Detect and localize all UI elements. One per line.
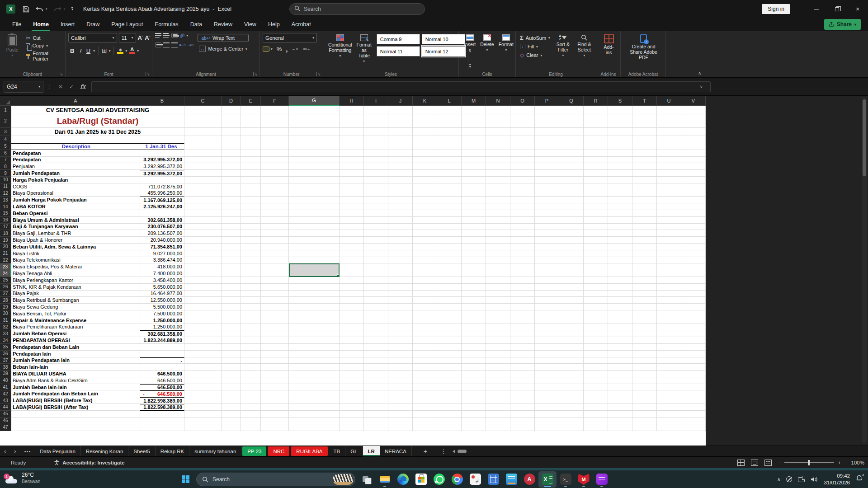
cell-F33[interactable] bbox=[261, 330, 289, 337]
cell-K38[interactable] bbox=[413, 364, 437, 371]
cell-A47[interactable] bbox=[11, 424, 140, 431]
cell-I5[interactable] bbox=[364, 143, 388, 150]
cell-O6[interactable] bbox=[510, 150, 535, 157]
cell-R47[interactable] bbox=[584, 424, 608, 431]
cell-U23[interactable] bbox=[657, 263, 681, 270]
cell-N18[interactable] bbox=[486, 230, 510, 237]
cell-D27[interactable] bbox=[222, 291, 241, 297]
cell-O20[interactable] bbox=[510, 244, 535, 250]
cell-D45[interactable] bbox=[222, 411, 241, 418]
menu-tab-data[interactable]: Data bbox=[184, 18, 208, 31]
cell-U26[interactable] bbox=[657, 284, 681, 291]
row-header-1[interactable]: 1 bbox=[0, 106, 11, 114]
sheet-tab-pp-23[interactable]: PP 23 bbox=[242, 446, 266, 456]
cell-J40[interactable] bbox=[388, 377, 413, 384]
cell-I7[interactable] bbox=[364, 157, 388, 164]
close-button[interactable]: × bbox=[847, 0, 868, 18]
cell-J4[interactable] bbox=[388, 136, 413, 143]
cell-Q39[interactable] bbox=[559, 371, 584, 377]
cell-I25[interactable] bbox=[364, 277, 388, 284]
cell-K15[interactable] bbox=[413, 210, 437, 217]
cell-R2[interactable] bbox=[584, 114, 608, 128]
cell-A43[interactable]: LABA(RUGI) BERSIH (Before Tax) bbox=[11, 397, 140, 404]
cell-A27[interactable]: Biaya Pajak bbox=[11, 291, 140, 297]
cell-U13[interactable] bbox=[657, 197, 681, 203]
cell-U20[interactable] bbox=[657, 244, 681, 250]
cell-T34[interactable] bbox=[632, 337, 657, 344]
cell-F5[interactable] bbox=[261, 143, 289, 150]
page-layout-view-button[interactable] bbox=[751, 460, 758, 466]
cell-V16[interactable] bbox=[681, 217, 706, 224]
cell-K46[interactable] bbox=[413, 418, 437, 424]
cell-N24[interactable] bbox=[486, 270, 510, 277]
column-header-E[interactable]: E bbox=[241, 96, 261, 106]
cell-L9[interactable] bbox=[437, 170, 462, 177]
cell-K20[interactable] bbox=[413, 244, 437, 250]
cell-F43[interactable] bbox=[261, 397, 289, 404]
font-size-select[interactable]: 11▾ bbox=[119, 33, 136, 42]
cell-P2[interactable] bbox=[535, 114, 559, 128]
cell-I40[interactable] bbox=[364, 377, 388, 384]
align-center-button[interactable] bbox=[163, 42, 170, 47]
cell-E26[interactable] bbox=[241, 284, 261, 291]
cell-G6[interactable] bbox=[289, 150, 340, 157]
cell-G3[interactable] bbox=[289, 128, 340, 136]
cell-S33[interactable] bbox=[608, 330, 632, 337]
row-header-8[interactable]: 8 bbox=[0, 163, 11, 170]
cell-H31[interactable] bbox=[340, 317, 364, 324]
cell-O26[interactable] bbox=[510, 284, 535, 291]
cell-D32[interactable] bbox=[222, 324, 241, 331]
cell-H10[interactable] bbox=[340, 177, 364, 183]
cell-D5[interactable] bbox=[222, 143, 241, 150]
cell-F7[interactable] bbox=[261, 157, 289, 164]
cell-D30[interactable] bbox=[222, 310, 241, 317]
grow-font-button[interactable]: Aˆ bbox=[138, 35, 143, 41]
search-highlight-zebra-thumbnail[interactable] bbox=[333, 474, 354, 485]
calculator-taskbar-button[interactable] bbox=[484, 471, 502, 488]
cell-Q13[interactable] bbox=[559, 197, 584, 203]
cell-I20[interactable] bbox=[364, 244, 388, 250]
accessibility-status[interactable]: Accessibility: Investigate bbox=[54, 460, 124, 465]
cell-P41[interactable] bbox=[535, 384, 559, 391]
cell-P9[interactable] bbox=[535, 170, 559, 177]
column-header-Q[interactable]: Q bbox=[559, 96, 584, 106]
cell-P15[interactable] bbox=[535, 210, 559, 217]
cell-A32[interactable]: Biaya Pemeliharaan Kendaraan bbox=[11, 324, 140, 331]
row-header-19[interactable]: 19 bbox=[0, 237, 11, 244]
row-header-40[interactable]: 40 bbox=[0, 377, 11, 384]
cell-I21[interactable] bbox=[364, 250, 388, 257]
cell-E24[interactable] bbox=[241, 270, 261, 277]
cell-M40[interactable] bbox=[462, 377, 486, 384]
cell-A11[interactable]: COGS bbox=[11, 183, 140, 190]
cell-D18[interactable] bbox=[222, 230, 241, 237]
cell-G35[interactable] bbox=[289, 344, 340, 351]
cell-J20[interactable] bbox=[388, 244, 413, 250]
cell-U15[interactable] bbox=[657, 210, 681, 217]
cell-O38[interactable] bbox=[510, 364, 535, 371]
cell-M21[interactable] bbox=[462, 250, 486, 257]
cell-P25[interactable] bbox=[535, 277, 559, 284]
cell-C37[interactable] bbox=[184, 357, 222, 364]
cell-J30[interactable] bbox=[388, 310, 413, 317]
cell-K28[interactable] bbox=[413, 297, 437, 304]
display-cast-icon[interactable] bbox=[798, 477, 805, 482]
row-header-15[interactable]: 15 bbox=[0, 210, 11, 217]
sheet-nav-left-icon[interactable]: ‹ bbox=[0, 448, 10, 455]
cell-B18[interactable]: 209.136.507,00 bbox=[140, 230, 184, 237]
cell-T47[interactable] bbox=[632, 424, 657, 431]
cell-G26[interactable] bbox=[289, 284, 340, 291]
menu-tab-insert[interactable]: Insert bbox=[55, 18, 80, 31]
cell-A20[interactable]: Beban Utiliti, Adm, Sewa & Lainnya bbox=[11, 244, 140, 250]
titlebar-search-input[interactable]: Search bbox=[289, 3, 425, 15]
cell-I27[interactable] bbox=[364, 291, 388, 297]
cell-N42[interactable] bbox=[486, 390, 510, 397]
cell-T42[interactable] bbox=[632, 390, 657, 397]
cell-G46[interactable] bbox=[289, 418, 340, 424]
cell-R32[interactable] bbox=[584, 324, 608, 331]
cell-P21[interactable] bbox=[535, 250, 559, 257]
cell-D37[interactable] bbox=[222, 357, 241, 364]
cell-H1[interactable] bbox=[340, 106, 364, 114]
cell-H28[interactable] bbox=[340, 297, 364, 304]
cell-T24[interactable] bbox=[632, 270, 657, 277]
cell-N26[interactable] bbox=[486, 284, 510, 291]
